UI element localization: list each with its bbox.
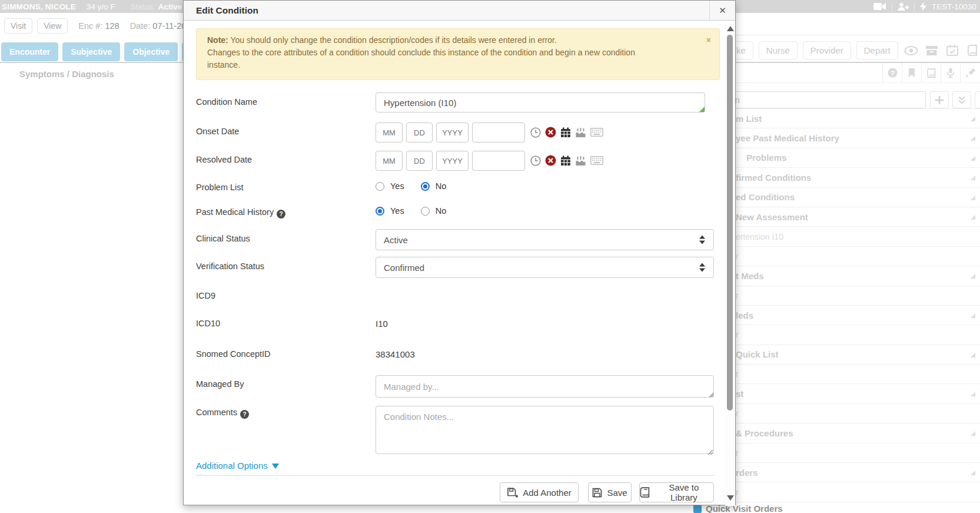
clock-icon[interactable] [530, 127, 541, 140]
add-user-icon[interactable] [898, 2, 909, 11]
clinical-status-value: Active [384, 235, 408, 245]
resolved-full-date-input[interactable] [472, 151, 525, 171]
microphone-icon[interactable] [941, 63, 960, 82]
onset-full-date-input[interactable] [472, 123, 525, 143]
keyboard-icon[interactable] [590, 156, 603, 167]
tab-encounter[interactable]: Encounter [1, 42, 58, 61]
birthday-cake-icon[interactable] [575, 127, 586, 140]
book-icon[interactable] [965, 45, 980, 56]
provider-button[interactable]: Provider [803, 41, 851, 59]
list-item-label: r [736, 488, 739, 497]
resolved-year-input[interactable] [436, 151, 469, 171]
corner-triangle-icon [971, 136, 975, 141]
dismiss-note-icon[interactable]: × [706, 34, 711, 47]
list-item[interactable]: ertension I10 [736, 227, 980, 246]
list-item[interactable]: m List [736, 109, 980, 128]
list-item[interactable]: r [736, 444, 980, 463]
list-item-label: rders [736, 468, 758, 478]
video-camera-icon[interactable] [873, 2, 886, 11]
list-item[interactable]: r [736, 247, 980, 266]
clinical-status-select[interactable]: Active [376, 229, 714, 250]
resolved-date-tools [530, 155, 603, 168]
visit-button[interactable]: Visit [4, 18, 32, 34]
save-button[interactable]: Save [588, 482, 632, 502]
help-icon[interactable]: ? [240, 410, 249, 419]
list-item[interactable]: r [736, 325, 980, 345]
textarea-resize-icon[interactable] [707, 447, 713, 458]
clear-date-icon[interactable] [545, 155, 556, 168]
modal-scrollbar[interactable] [725, 21, 735, 506]
help-circle-icon[interactable]: ? [882, 63, 902, 82]
tab-subjective[interactable]: Subjective [62, 42, 120, 61]
book-icon[interactable] [921, 63, 941, 82]
list-item[interactable]: r [736, 404, 980, 423]
onset-day-input[interactable] [406, 123, 433, 143]
list-item[interactable]: t Meds [736, 266, 980, 286]
resolved-month-input[interactable] [376, 151, 403, 171]
environment-label: TEST-10030 [932, 2, 976, 11]
modal-title: Edit Condition [196, 5, 258, 16]
chevrons-down-icon[interactable] [952, 91, 971, 108]
bolt-icon[interactable] [920, 2, 926, 11]
pmh-no-radio[interactable] [421, 207, 430, 216]
list-item[interactable]: r [736, 365, 980, 384]
problem-list-yes-radio[interactable] [376, 182, 384, 191]
archive-box-icon[interactable] [924, 45, 939, 56]
view-button[interactable]: View [37, 18, 68, 34]
problem-list-no-radio[interactable] [421, 182, 430, 191]
depart-button[interactable]: Depart [856, 41, 898, 59]
chevrons-right-icon[interactable] [975, 91, 980, 108]
verification-status-select[interactable]: Confirmed [376, 257, 714, 278]
list-item[interactable]: rders [736, 463, 980, 482]
list-item[interactable]: Problems [736, 148, 980, 168]
managed-by-label: Managed By [196, 379, 244, 389]
scroll-up-icon[interactable] [727, 26, 734, 31]
list-item-label: ertension I10 [736, 232, 783, 241]
tab-objective[interactable]: Objective [124, 42, 178, 61]
pmh-yes-radio[interactable] [376, 207, 384, 216]
verification-status-label: Verification Status [196, 262, 264, 271]
resolved-day-input[interactable] [406, 151, 433, 171]
onset-month-input[interactable] [376, 123, 403, 143]
list-item-label: r [736, 330, 739, 339]
edit-condition-modal: Edit Condition ✕ Note: You should only c… [183, 0, 736, 505]
onset-year-input[interactable] [436, 123, 469, 143]
eye-icon[interactable] [903, 46, 919, 55]
help-icon[interactable]: ? [277, 210, 285, 219]
list-item[interactable]: r [736, 482, 980, 502]
calendar-check-icon[interactable] [945, 45, 960, 56]
additional-options-link[interactable]: Additional Options [196, 461, 279, 471]
list-item[interactable]: yee Past Medical History [736, 128, 980, 148]
clock-icon[interactable] [530, 155, 541, 168]
pencil-icon[interactable] [960, 63, 979, 82]
bookmark-icon[interactable] [902, 63, 921, 82]
scroll-down-icon[interactable] [727, 495, 734, 501]
nurse-button[interactable]: Nurse [759, 41, 798, 59]
add-another-button[interactable]: Add Another [500, 482, 579, 502]
condition-name-input[interactable] [376, 92, 705, 112]
birthday-cake-icon[interactable] [575, 155, 586, 168]
keyboard-icon[interactable] [590, 128, 603, 139]
list-item[interactable]: Quick List [736, 345, 980, 365]
list-item[interactable]: New Assessment [736, 207, 980, 227]
icd10-label: ICD10 [196, 319, 220, 328]
managed-by-input[interactable] [376, 375, 714, 398]
add-diagnosis-button[interactable] [930, 91, 949, 108]
list-item[interactable]: r [736, 286, 980, 306]
close-icon[interactable]: ✕ [709, 1, 735, 21]
list-item-label: yee Past Medical History [736, 133, 839, 143]
calendar-icon[interactable] [560, 155, 571, 168]
list-item[interactable]: st [736, 384, 980, 403]
note-banner: Note: You should only change the conditi… [196, 28, 720, 80]
calendar-icon[interactable] [560, 127, 571, 140]
list-item[interactable]: & Procedures [736, 423, 980, 443]
list-item[interactable]: ed Conditions [736, 188, 980, 207]
clear-date-icon[interactable] [545, 127, 556, 140]
comments-textarea[interactable] [376, 406, 714, 454]
screen: SIMMONS, NICOLE 34 y/o F Status: Active … [0, 0, 980, 513]
list-item[interactable]: firmed Conditions [736, 168, 980, 187]
scrollbar-thumb[interactable] [727, 35, 733, 411]
section-title: Symptoms / Diagnosis [19, 69, 114, 79]
list-item[interactable]: leds [736, 306, 980, 325]
save-to-library-button[interactable]: Save to Library [639, 482, 714, 502]
